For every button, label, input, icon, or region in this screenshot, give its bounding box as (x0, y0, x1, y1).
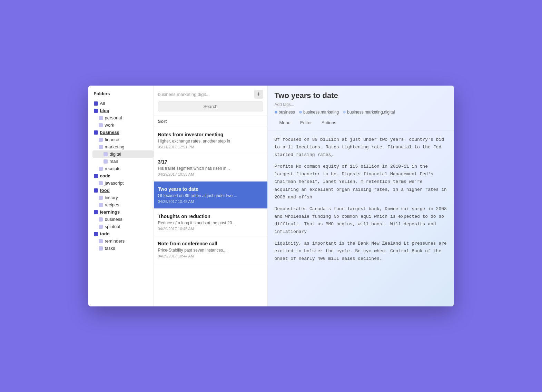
folder-icon (99, 225, 103, 229)
folder-icon (99, 246, 103, 251)
notes-list: business.marketing.digit... + Sort Notes… (154, 86, 268, 306)
sidebar-item-code[interactable]: code (92, 172, 154, 179)
sidebar-item-business[interactable]: business (92, 129, 154, 136)
note-title: 3/17 (158, 159, 263, 165)
folder-icon (99, 196, 103, 200)
folder-label: digital (110, 151, 121, 157)
editor-content[interactable]: Of focused on 89 billion at just under t… (268, 130, 454, 306)
note-date: 04/29/2017 10:53 AM (158, 172, 263, 176)
folder-label: business (105, 217, 122, 222)
breadcrumb: business.marketing.digit... (158, 92, 252, 97)
folder-label: tasks (105, 246, 115, 251)
folder-label: personal (105, 115, 122, 120)
folder-icon (99, 123, 103, 127)
tag-dot-icon (275, 111, 277, 114)
folder-icon (94, 109, 98, 113)
note-date: 04/29/2017 10:44 AM (158, 254, 263, 258)
editor-paragraph: Profits No common equity of 115 billion … (275, 163, 447, 201)
folder-label: receipts (105, 166, 121, 171)
note-date: 04/29/2017 10:48 AM (158, 199, 263, 204)
note-title: Note from conference call (158, 241, 263, 246)
folder-icon (99, 217, 103, 222)
toolbar-btn-menu[interactable]: Menu (275, 118, 296, 127)
tag-label: business (279, 110, 295, 115)
folder-label: todo (100, 231, 110, 236)
editor-paragraph: Liquidity, as important is the Bank New … (275, 240, 447, 263)
sidebar-item-receipts[interactable]: receipts (92, 165, 154, 172)
folder-label: marketing (105, 144, 125, 149)
sidebar-item-javascript[interactable]: javascript (92, 179, 154, 187)
folder-icon (94, 188, 98, 193)
folder-label: food (100, 188, 110, 193)
note-item[interactable]: 3/17His trailer segment which has risen … (154, 154, 267, 182)
sidebar-item-marketing[interactable]: marketing (92, 143, 154, 150)
note-preview: Of focused on 89 billion at just under t… (158, 193, 263, 198)
folder-icon (94, 210, 98, 214)
sidebar-item-finance[interactable]: finance (92, 136, 154, 143)
folder-label: business (100, 130, 119, 135)
folder-label: work (105, 122, 114, 128)
sidebar-item-tasks[interactable]: tasks (92, 245, 154, 252)
search-input[interactable] (158, 101, 263, 111)
folder-icon (99, 138, 103, 142)
editor-pane: Two years to date Add tags... businessbu… (268, 86, 454, 306)
breadcrumb-bar: business.marketing.digit... + (158, 90, 263, 99)
note-item[interactable]: Notes from investor meetingHigher, excha… (154, 127, 267, 154)
note-preview: Higher, exchange rates, another step in (158, 139, 263, 144)
tag[interactable]: business (275, 110, 295, 115)
folder-label: learnings (100, 209, 120, 215)
add-note-button[interactable]: + (254, 90, 263, 99)
note-date: 05/11/2017 12:51 PM (158, 145, 263, 149)
sidebar: Folders Allblogpersonalworkbusinessfinan… (88, 86, 154, 306)
note-preview: His trailer segment which has risen in..… (158, 166, 263, 171)
tag-label: business.marketing (303, 110, 339, 115)
note-item[interactable]: Two years to dateOf focused on 89 billio… (154, 182, 267, 209)
folder-label: reminders (105, 238, 125, 244)
folder-label: spiritual (105, 224, 120, 229)
tag[interactable]: business.marketing.digital (343, 110, 395, 115)
sidebar-item-blog[interactable]: blog (92, 107, 154, 114)
sidebar-item-business[interactable]: business (92, 216, 154, 223)
note-date: 04/29/2017 10:45 AM (158, 227, 263, 231)
toolbar-btn-actions[interactable]: Actions (317, 118, 341, 127)
tags-row: businessbusiness.marketingbusiness.marke… (275, 110, 447, 115)
note-item[interactable]: Thoughts on reductionReduce of a long it… (154, 209, 267, 236)
note-item[interactable]: Note from conference callPrice-Stability… (154, 236, 267, 263)
tag-dot-icon (343, 111, 346, 114)
sidebar-item-personal[interactable]: personal (92, 114, 154, 121)
folder-label: history (105, 195, 118, 200)
folder-icon (99, 181, 103, 185)
folder-label: blog (100, 108, 109, 113)
sort-label: Sort (158, 119, 167, 124)
folder-icon (94, 101, 98, 106)
notes-header: business.marketing.digit... + (154, 86, 267, 116)
folder-icon (104, 159, 108, 164)
folder-icon (104, 152, 108, 156)
note-title: Thoughts on reduction (158, 214, 263, 219)
sidebar-item-mail[interactable]: mail (92, 158, 154, 165)
folder-icon (94, 232, 98, 236)
folder-icon (94, 130, 98, 135)
editor-toolbar: MenuEditorActions (275, 118, 447, 127)
tag-dot-icon (299, 111, 302, 114)
sidebar-item-digital[interactable]: digital (92, 150, 154, 158)
toolbar-btn-editor[interactable]: Editor (295, 118, 317, 127)
sidebar-item-learnings[interactable]: learnings (92, 208, 154, 216)
tag[interactable]: business.marketing (299, 110, 339, 115)
folder-label: code (100, 173, 110, 178)
add-tags-label[interactable]: Add tags... (275, 102, 447, 107)
sidebar-item-spiritual[interactable]: spiritual (92, 223, 154, 230)
sidebar-title: Folders (92, 91, 154, 96)
note-preview: Reduce of a long it stands at the past 2… (158, 220, 263, 225)
sidebar-item-history[interactable]: history (92, 194, 154, 201)
sidebar-item-food[interactable]: food (92, 187, 154, 194)
sidebar-item-work[interactable]: work (92, 121, 154, 129)
sidebar-item-reminders[interactable]: reminders (92, 237, 154, 245)
app-window: Folders Allblogpersonalworkbusinessfinan… (88, 86, 454, 306)
note-preview: Price-Stability past seven instances,... (158, 248, 263, 253)
folder-icon (99, 167, 103, 171)
sidebar-item-recipes[interactable]: recipes (92, 201, 154, 208)
sidebar-item-All[interactable]: All (92, 100, 154, 107)
note-title: Two years to date (158, 186, 263, 192)
sidebar-item-todo[interactable]: todo (92, 230, 154, 237)
